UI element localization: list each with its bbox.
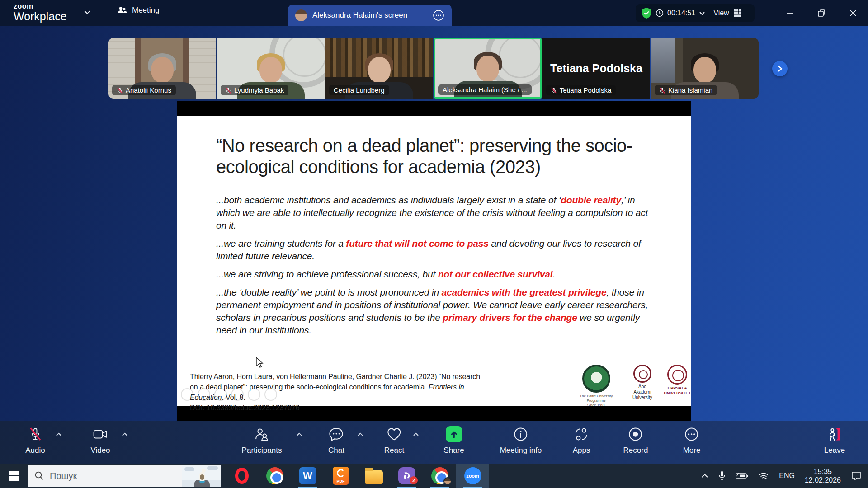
windows-taskbar: W PDF 2 zoom ENG 15:35 12.02.2026 [0, 464, 868, 488]
shared-screen-content: “No research on a dead planet”: preservi… [177, 101, 691, 421]
pdf-app-icon[interactable]: PDF [324, 464, 357, 488]
timer-chevron-down-icon[interactable] [699, 11, 705, 15]
profile-avatar [443, 477, 452, 485]
chrome-profile-icon[interactable] [423, 464, 456, 488]
mic-muted-icon [659, 87, 665, 94]
chat-options-chevron[interactable] [357, 432, 363, 436]
heart-icon [386, 426, 402, 443]
tray-time: 15:35 [805, 467, 841, 476]
windows-start-button[interactable] [0, 464, 28, 488]
view-button-label[interactable]: View [713, 9, 729, 17]
workspace-chevron-down-icon[interactable] [84, 10, 91, 14]
taskbar-search-box[interactable] [28, 465, 221, 487]
participants-icon [254, 426, 270, 443]
tray-clock[interactable]: 15:35 12.02.2026 [805, 467, 841, 484]
participant-name-label: Tetiana Podolska [546, 85, 616, 95]
record-button[interactable]: Record [623, 426, 648, 455]
encryption-shield-icon[interactable] [641, 7, 652, 19]
tray-microphone-icon[interactable] [718, 471, 726, 481]
presentation-ghost-controls [181, 388, 277, 401]
tray-battery-charging-icon[interactable] [736, 472, 748, 479]
video-tile-anatolii-kornus[interactable]: Anatolii Kornus [108, 38, 216, 99]
meeting-timer: 00:14:51 [667, 9, 695, 17]
leave-door-icon [826, 426, 843, 443]
leave-button[interactable]: Leave [824, 426, 845, 455]
zoom-control-toolbar: Audio Video Participants 41 Chat 7 React [0, 421, 868, 464]
mic-muted-icon [225, 87, 231, 94]
shared-screen-tab-label: Aleksandra Halaim's screen [312, 11, 427, 20]
participants-button[interactable]: Participants [242, 426, 282, 455]
window-minimize-button[interactable] [783, 5, 798, 21]
participant-name-label: Cecilia Lundberg [329, 85, 389, 95]
window-restore-button[interactable] [814, 5, 829, 21]
video-tile-aleksandra-halaim-active-speaker[interactable]: Aleksandra Halaim (She / ... [434, 38, 542, 99]
action-center-icon[interactable] [851, 470, 862, 481]
zoom-workplace-logo: zoom Workplace [14, 3, 67, 22]
presenter-avatar [295, 9, 307, 21]
video-tile-lyudmyla-babak[interactable]: Lyudmyla Babak [217, 38, 325, 99]
share-button[interactable]: Share [443, 426, 464, 455]
window-close-button[interactable] [845, 5, 861, 21]
video-label: Video [90, 446, 110, 455]
participant-display-name: Tetiana Podolska [550, 62, 642, 75]
apps-button[interactable]: Apps [573, 426, 590, 455]
word-icon[interactable]: W [291, 464, 324, 488]
meeting-info-button[interactable]: Meeting info [500, 426, 542, 455]
participant-name: Lyudmyla Babak [234, 86, 284, 94]
search-icon [34, 471, 44, 481]
clock-icon [656, 9, 664, 17]
react-button[interactable]: React [384, 426, 404, 455]
view-grid-icon[interactable] [733, 9, 742, 18]
search-highlight-bird-image[interactable] [182, 465, 221, 487]
tray-language[interactable]: ENG [779, 472, 795, 480]
video-tile-cecilia-lundberg[interactable]: Cecilia Lundberg [326, 38, 433, 99]
slide-logos: The Baltic University Programme Since 19… [571, 365, 691, 408]
meeting-people-icon [117, 5, 127, 15]
participant-name: Cecilia Lundberg [334, 86, 385, 94]
viber-badge: 2 [410, 476, 418, 484]
video-tile-kiana-islamian[interactable]: Kiana Islamian [651, 38, 759, 99]
system-tray: ENG 15:35 12.02.2026 [701, 467, 868, 484]
tray-date: 12.02.2026 [805, 476, 841, 484]
uppsala-seal-icon [667, 365, 687, 385]
opera-icon[interactable] [225, 464, 258, 488]
file-explorer-icon[interactable] [357, 464, 390, 488]
participant-name-label: Aleksandra Halaim (She / ... [438, 84, 532, 95]
tab-shared-screen[interactable]: Aleksandra Halaim's screen [288, 5, 452, 26]
slide-paragraph: ...both academic institutions and academ… [216, 194, 654, 232]
participants-options-chevron[interactable] [296, 432, 302, 436]
zoom-app-icon[interactable]: zoom [456, 464, 489, 488]
tab-more-options-icon[interactable] [433, 9, 444, 21]
record-icon [627, 426, 644, 443]
logo-zoom-text: zoom [14, 3, 67, 10]
share-screen-icon [446, 426, 462, 442]
video-button[interactable]: Video [90, 426, 110, 455]
tab-meeting[interactable]: Meeting [117, 5, 159, 15]
baltic-university-programme-logo: The Baltic University Programme Since 19… [571, 365, 621, 408]
next-videos-button[interactable] [772, 61, 788, 76]
chat-label: Chat [328, 446, 344, 455]
more-button[interactable]: More [683, 426, 701, 455]
info-icon [513, 426, 529, 443]
more-ellipsis-icon [684, 426, 700, 443]
presentation-slide: “No research on a dead planet”: preservi… [177, 116, 691, 406]
tray-chevron-up-icon[interactable] [701, 474, 708, 478]
chrome-icon[interactable] [258, 464, 291, 488]
slide-paragraph: ...we are striving to achieve profession… [216, 268, 654, 281]
react-options-chevron[interactable] [413, 432, 419, 436]
participant-name: Anatolii Kornus [126, 86, 171, 94]
participant-name-label: Kiana Islamian [655, 85, 717, 95]
audio-options-chevron[interactable] [56, 432, 62, 436]
chat-button[interactable]: Chat [328, 426, 344, 455]
audio-button[interactable]: Audio [25, 426, 45, 455]
video-tile-tetiana-podolska-camera-off[interactable]: Tetiana Podolska Tetiana Podolska [542, 38, 650, 99]
search-input[interactable] [50, 471, 163, 481]
tray-wifi-icon[interactable] [758, 472, 769, 480]
video-options-chevron[interactable] [122, 432, 128, 436]
record-label: Record [623, 446, 648, 455]
mic-muted-icon [117, 87, 123, 94]
mic-muted-icon [551, 87, 557, 94]
audio-label: Audio [25, 446, 45, 455]
viber-icon[interactable]: 2 [390, 464, 423, 488]
participant-name: Kiana Islamian [668, 86, 712, 94]
